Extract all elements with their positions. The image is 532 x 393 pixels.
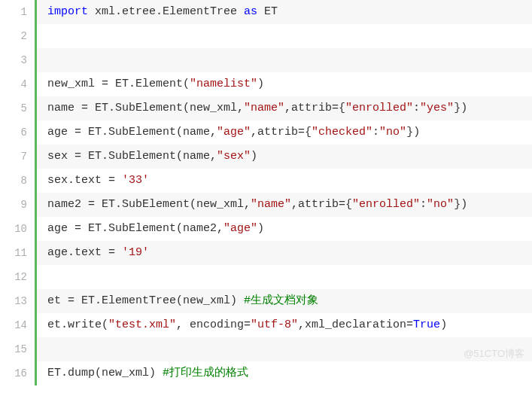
code-line: sex = ET.SubElement(name,"sex") xyxy=(37,145,532,169)
code-block: 1import xml.etree.ElementTree as ET234ne… xyxy=(0,0,532,385)
code-row: 8sex.text = '33' xyxy=(0,169,532,193)
code-token: "yes" xyxy=(420,102,454,115)
code-token: new_xml = ET.Element( xyxy=(47,78,190,91)
code-token: : xyxy=(420,198,427,212)
line-number: 9 xyxy=(0,193,35,217)
line-number: 10 xyxy=(0,217,35,241)
code-token: "namelist" xyxy=(190,78,257,91)
code-row: 7sex = ET.SubElement(name,"sex") xyxy=(0,145,532,169)
code-line: age = ET.SubElement(name,"age",attrib={"… xyxy=(37,120,532,145)
code-token: "enrolled" xyxy=(352,198,420,212)
line-number: 6 xyxy=(0,120,35,145)
code-line: age = ET.SubElement(name2,"age") xyxy=(37,217,532,241)
code-row: 12 xyxy=(0,265,532,289)
line-number: 4 xyxy=(0,72,35,96)
code-row: 11age.text = '19' xyxy=(0,241,532,265)
code-token: age = ET.SubElement(name, xyxy=(47,126,217,139)
code-token: }) xyxy=(406,126,420,139)
line-number: 14 xyxy=(0,313,35,337)
code-token: True xyxy=(413,318,440,332)
code-token: name2 = ET.SubElement(new_xml, xyxy=(47,198,251,212)
line-number: 13 xyxy=(0,289,35,313)
code-row: 2 xyxy=(0,24,532,48)
code-token: as xyxy=(244,5,257,19)
code-token: xml.etree.ElementTree xyxy=(88,5,244,19)
code-row: 14et.write("test.xml", encoding="utf-8",… xyxy=(0,313,532,337)
code-token: ,xml_declaration= xyxy=(298,318,413,332)
line-number: 11 xyxy=(0,241,35,265)
code-line: new_xml = ET.Element("namelist") xyxy=(37,72,532,96)
code-token: , encoding= xyxy=(176,318,251,332)
code-token: }) xyxy=(454,102,467,115)
line-number: 5 xyxy=(0,96,35,120)
code-token: ) xyxy=(257,78,264,91)
code-token: "name" xyxy=(251,198,291,212)
code-token: "no" xyxy=(379,126,406,139)
code-token: "utf-8" xyxy=(251,318,298,332)
code-token: "sex" xyxy=(217,150,251,163)
code-token: sex.text = xyxy=(47,174,122,187)
code-token: sex = ET.SubElement(name, xyxy=(47,150,217,163)
code-token: et = ET.ElementTree(new_xml) xyxy=(47,294,244,308)
code-row: 16ET.dump(new_xml) #打印生成的格式 xyxy=(0,361,532,385)
code-token: ) xyxy=(257,222,264,236)
code-row: 3 xyxy=(0,48,532,72)
line-number: 12 xyxy=(0,265,35,289)
code-token: ) xyxy=(251,150,257,163)
code-token: "test.xml" xyxy=(108,318,176,332)
code-row: 4new_xml = ET.Element("namelist") xyxy=(0,72,532,96)
code-token: "age" xyxy=(223,222,257,236)
code-line xyxy=(37,24,532,48)
line-number: 15 xyxy=(0,337,35,361)
code-token: : xyxy=(372,126,379,139)
code-row: 1import xml.etree.ElementTree as ET xyxy=(0,0,532,24)
code-token: : xyxy=(413,102,420,115)
code-line: age.text = '19' xyxy=(37,241,532,265)
code-row: 15 xyxy=(0,337,532,361)
line-number: 7 xyxy=(0,145,35,169)
code-line: et.write("test.xml", encoding="utf-8",xm… xyxy=(37,313,532,337)
code-token: ,attrib={ xyxy=(251,126,312,139)
code-line: name2 = ET.SubElement(new_xml,"name",att… xyxy=(37,193,532,217)
code-token: "no" xyxy=(427,198,454,212)
code-token: ,attrib={ xyxy=(284,102,345,115)
code-token: "enrolled" xyxy=(345,102,413,115)
code-line: import xml.etree.ElementTree as ET xyxy=(37,0,532,24)
code-row: 6age = ET.SubElement(name,"age",attrib={… xyxy=(0,120,532,145)
code-token: "checked" xyxy=(312,126,372,139)
line-number: 2 xyxy=(0,24,35,48)
code-line xyxy=(37,337,532,361)
code-token: '19' xyxy=(122,246,149,260)
code-row: 13et = ET.ElementTree(new_xml) #生成文档对象 xyxy=(0,289,532,313)
code-token: ET.dump(new_xml) xyxy=(47,367,163,380)
code-line: name = ET.SubElement(new_xml,"name",attr… xyxy=(37,96,532,120)
code-token: "age" xyxy=(217,126,251,139)
code-line: ET.dump(new_xml) #打印生成的格式 xyxy=(37,361,532,385)
code-line: sex.text = '33' xyxy=(37,169,532,193)
code-token: import xyxy=(47,5,88,19)
line-number: 16 xyxy=(0,361,35,385)
code-token: #打印生成的格式 xyxy=(163,367,248,380)
code-line xyxy=(37,265,532,289)
code-token: "name" xyxy=(244,102,284,115)
code-line: et = ET.ElementTree(new_xml) #生成文档对象 xyxy=(37,289,532,313)
code-row: 5name = ET.SubElement(new_xml,"name",att… xyxy=(0,96,532,120)
line-number: 8 xyxy=(0,169,35,193)
code-token: '33' xyxy=(122,174,149,187)
code-row: 9name2 = ET.SubElement(new_xml,"name",at… xyxy=(0,193,532,217)
line-number: 1 xyxy=(0,0,35,24)
code-token: ET xyxy=(257,5,278,19)
code-token: name = ET.SubElement(new_xml, xyxy=(47,102,244,115)
code-token: age = ET.SubElement(name2, xyxy=(47,222,223,236)
code-token: ,attrib={ xyxy=(291,198,352,212)
code-token: }) xyxy=(454,198,467,212)
code-token: et.write( xyxy=(47,318,108,332)
code-line xyxy=(37,48,532,72)
code-token: #生成文档对象 xyxy=(244,294,318,308)
code-token: age.text = xyxy=(47,246,122,260)
code-row: 10age = ET.SubElement(name2,"age") xyxy=(0,217,532,241)
code-token: ) xyxy=(440,318,447,332)
line-number: 3 xyxy=(0,48,35,72)
